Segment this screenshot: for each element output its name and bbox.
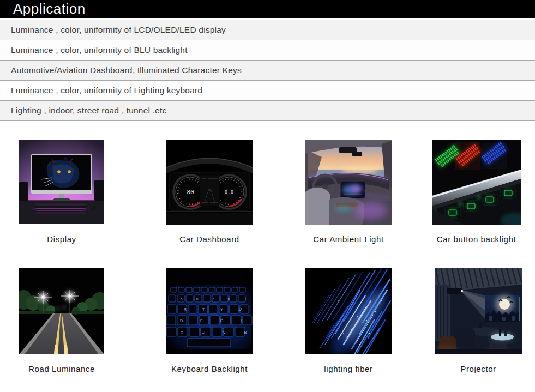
right-gauge-value: 0.0: [225, 190, 233, 195]
caption-car-dashboard: Car Dashboard: [166, 234, 253, 244]
speaker-left: [19, 182, 28, 201]
application-page: Application Luminance , color, uniformit…: [0, 0, 535, 392]
ambient-glow: [354, 202, 387, 219]
monitor-stand: [59, 194, 64, 198]
caption-car-ambient-light: Car Ambient Light: [305, 234, 392, 244]
application-list-item: Luminance , color, uniformity of LCD/OLE…: [0, 20, 535, 40]
projector-device: [447, 288, 463, 294]
application-list-item: Luminance , color, uniformity of Lightin…: [0, 81, 535, 101]
keyboard-backlight-photo: 5 6 7 8 9 0 R T Y U I O P D F G H J K L …: [166, 268, 253, 354]
application-list: Luminance , color, uniformity of LCD/OLE…: [0, 20, 535, 121]
application-list-item: Automotive/Aviation Dashboard, Illuminat…: [0, 61, 535, 81]
front-seat: [305, 188, 330, 225]
vignette: [166, 268, 253, 354]
caption-road-luminance: Road Luminance: [19, 364, 104, 373]
rgb-keyboard: [33, 205, 88, 213]
application-list-item: Lighting , indoor, street road , tunnel …: [0, 101, 535, 121]
caption-car-button-backlight: Car button backlight: [432, 234, 521, 244]
screen: [485, 295, 519, 322]
car-dashboard-photo: 80 0.0: [166, 140, 253, 225]
dash-lower-trim: [166, 213, 253, 225]
mouse: [91, 206, 97, 210]
display-photo: [19, 140, 104, 224]
caption-display: Display: [19, 234, 104, 244]
moon-icon: [499, 299, 510, 310]
speaker-right: [94, 180, 104, 201]
lighting-fiber-photo: [305, 268, 392, 354]
section-header: Application: [0, 0, 535, 18]
road-luminance-photo: [19, 268, 104, 354]
speed-value: 80: [187, 189, 194, 196]
projector-photo: [435, 268, 522, 354]
wall-light: [519, 297, 520, 321]
application-list-item: Luminance , color, uniformity of BLU bac…: [0, 40, 535, 61]
car-ambient-light-photo: [305, 140, 392, 225]
caption-keyboard-backlight: Keyboard Backlight: [166, 364, 253, 373]
car-button-backlight-photo: [432, 140, 521, 225]
center-screen: [340, 181, 365, 198]
page-title: Application: [0, 1, 86, 17]
floor: [435, 349, 522, 354]
center-display: [200, 176, 219, 206]
caption-projector: Projector: [435, 364, 522, 373]
caption-lighting-fiber: lighting fiber: [305, 364, 392, 373]
